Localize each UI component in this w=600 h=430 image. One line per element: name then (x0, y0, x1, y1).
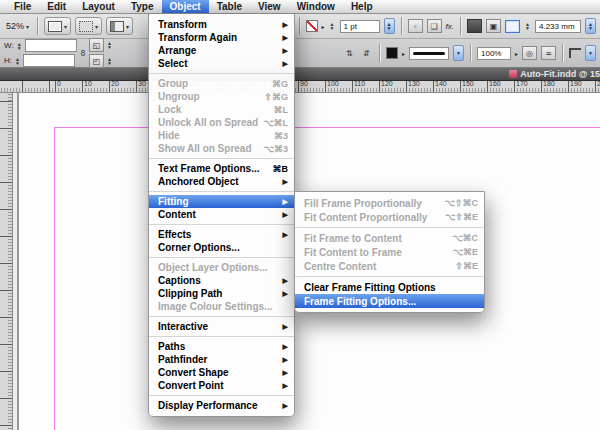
zoom-level-value: 52% (6, 21, 24, 31)
gap-value-field[interactable]: 4.233 mm (535, 20, 581, 33)
menubar-item-help[interactable]: Help (343, 0, 381, 13)
menubar-item-type[interactable]: Type (123, 0, 162, 13)
object-menu-item-select[interactable]: Select▶ (149, 57, 294, 70)
scale-y-icon[interactable]: ◰ (89, 54, 104, 68)
width-stepper[interactable]: ▲▼ (16, 42, 23, 50)
menu-item-shortcut: ⇧⌘E (455, 261, 478, 271)
object-menu-item-convert-point[interactable]: Convert Point▶ (149, 379, 294, 392)
margin-guide-vertical[interactable] (54, 127, 55, 430)
object-menu-item-convert-shape[interactable]: Convert Shape▶ (149, 366, 294, 379)
menubar-item-object[interactable]: Object (162, 0, 209, 13)
menubar-item-layout[interactable]: Layout (74, 0, 123, 13)
object-menu-item-transform-again[interactable]: Transform Again▶ (149, 31, 294, 44)
view-options-button[interactable]: ▾ (44, 17, 71, 35)
wrap-around-icon[interactable]: ▣ (486, 19, 501, 33)
scale-y-stepper[interactable]: ▲▼ (106, 57, 113, 65)
object-menu-item-corner-options[interactable]: Corner Options... (149, 241, 294, 254)
document-window-titlebar[interactable]: Auto-Fit.indd @ 15 (0, 68, 600, 81)
flip-vertical-icon[interactable]: ⇵ (360, 47, 373, 59)
submenu-arrow-icon: ▶ (283, 21, 288, 29)
fitting-submenu-separator (295, 227, 484, 228)
height-stepper[interactable]: ▲▼ (14, 57, 21, 65)
object-menu-item-captions[interactable]: Captions▶ (149, 274, 294, 287)
frame-edges-icon (48, 21, 62, 32)
chevron-down-icon: ▾ (95, 23, 98, 30)
dashed-frame-icon[interactable]: ▫ (408, 19, 423, 33)
object-menu-item-display-performance[interactable]: Display Performance▶ (149, 399, 294, 412)
width-field[interactable] (25, 39, 77, 52)
object-menu-item-fitting[interactable]: Fitting▶ (149, 195, 294, 208)
object-menu-item-text-frame-options[interactable]: Text Frame Options...⌘B (149, 162, 294, 175)
object-menu-item-anchored-object[interactable]: Anchored Object▶ (149, 175, 294, 188)
stroke-color-swatch[interactable] (306, 20, 318, 32)
ruler-label: 150 (462, 80, 474, 87)
object-menu-separator (149, 336, 294, 337)
menu-item-label: Image Colour Settings... (158, 301, 288, 312)
scale-x-icon[interactable]: ◱ (89, 38, 104, 52)
ruler-label: 130 (408, 80, 420, 87)
arrange-documents-icon (110, 21, 124, 32)
menu-item-label: Show All on Spread (158, 143, 264, 154)
constrain-proportions-link-icon[interactable]: 8 (81, 48, 85, 59)
effects-fx-button[interactable]: fx. (446, 22, 454, 31)
opacity-field[interactable]: 100% (477, 47, 511, 60)
object-styles-icon[interactable]: ◎ (522, 46, 537, 60)
toolbar-divider (470, 44, 471, 62)
submenu-arrow-icon: ▶ (283, 323, 288, 331)
flip-horizontal-icon[interactable]: ⇅ (343, 47, 356, 59)
fitting-submenu-item-clear-frame-fitting-options[interactable]: Clear Frame Fitting Options (295, 280, 484, 294)
drop-shadow-icon[interactable]: ❏ (427, 19, 442, 33)
menubar-item-window[interactable]: Window (289, 0, 343, 13)
corner-options-dropdown-button[interactable]: ▼ (585, 45, 596, 61)
text-wrap-icon[interactable]: ≖ (541, 46, 556, 60)
margin-guide-horizontal[interactable] (54, 127, 600, 128)
object-menu-item-clipping-path[interactable]: Clipping Path▶ (149, 287, 294, 300)
screen-mode-button[interactable]: ▾ (75, 17, 102, 35)
menubar-item-view[interactable]: View (250, 0, 289, 13)
object-menu-item-effects[interactable]: Effects▶ (149, 228, 294, 241)
opacity-flyout-arrow-icon[interactable]: ▸ (515, 50, 518, 57)
fitting-submenu-item-frame-fitting-options[interactable]: Frame Fitting Options... (295, 294, 484, 308)
height-field[interactable] (23, 54, 75, 67)
gap-dropdown-button[interactable]: ▲▼ (585, 18, 596, 34)
object-menu-item-unlock-all-on-spread: Unlock All on Spread⌥⌘L (149, 116, 294, 129)
submenu-arrow-icon: ▶ (283, 290, 288, 298)
swatch-flyout-arrow-icon[interactable]: ▸ (402, 50, 405, 57)
ruler-label: 190 (570, 80, 582, 87)
object-menu-item-arrange[interactable]: Arrange▶ (149, 44, 294, 57)
ruler-label: 20 (111, 80, 119, 87)
menubar-item-edit[interactable]: Edit (39, 0, 74, 13)
object-menu-item-interactive[interactable]: Interactive▶ (149, 320, 294, 333)
fitting-submenu-item-centre-content: Centre Content⇧⌘E (295, 259, 484, 273)
control-panel: 52%▾ ▾ ▾ ▾ ↻ ⇄ ▸ ▲▼ 1 pt ▲▼ ▫ ❏ fx. ▣ ▲▼… (0, 14, 600, 68)
menubar-item-table[interactable]: Table (209, 0, 250, 13)
object-menu-item-content[interactable]: Content▶ (149, 208, 294, 221)
stroke-style-dropdown[interactable] (409, 47, 449, 60)
stroke-weight-field[interactable]: 1 pt (340, 20, 380, 33)
menu-item-label: Effects (158, 229, 277, 240)
stroke-style-dropdown-button[interactable]: ▼ (453, 45, 464, 61)
scale-x-stepper[interactable]: ▲▼ (106, 41, 113, 49)
stroke-weight-dropdown-button[interactable]: ▲▼ (384, 18, 395, 34)
corner-options-icon[interactable] (569, 48, 581, 58)
stroke-weight-stepper[interactable]: ▲▼ (329, 22, 336, 30)
swatch-flyout-arrow-icon[interactable]: ▸ (322, 23, 325, 30)
object-menu-item-ungroup: Ungroup⇧⌘G (149, 90, 294, 103)
document-title: Auto-Fit.indd @ 15 (520, 69, 600, 79)
menu-item-label: Convert Shape (158, 367, 277, 378)
fill-color-swatch[interactable] (386, 47, 398, 59)
object-menu-item-transform[interactable]: Transform▶ (149, 18, 294, 31)
menu-item-label: Convert Point (158, 380, 277, 391)
horizontal-ruler[interactable]: 0102030405060708090100110120130140150160… (0, 80, 600, 93)
gap-stepper[interactable]: ▲▼ (524, 22, 531, 30)
arrange-documents-button[interactable]: ▾ (106, 17, 133, 35)
vertical-ruler[interactable] (0, 93, 13, 430)
menu-item-label: Fit Frame to Content (304, 233, 452, 244)
zoom-level-dropdown[interactable]: 52%▾ (4, 20, 31, 32)
wrap-none-icon[interactable] (467, 19, 482, 33)
menubar-item-file[interactable]: File (6, 0, 39, 13)
object-menu-item-pathfinder[interactable]: Pathfinder▶ (149, 353, 294, 366)
object-menu-item-paths[interactable]: Paths▶ (149, 340, 294, 353)
menu-item-label: Anchored Object (158, 176, 277, 187)
menu-item-label: Display Performance (158, 400, 277, 411)
